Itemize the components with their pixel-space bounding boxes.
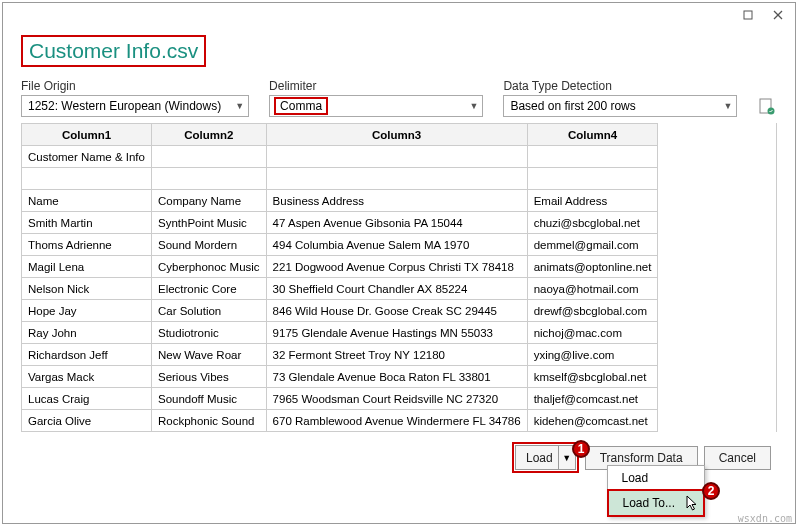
table-cell (266, 146, 527, 168)
table-row (22, 168, 658, 190)
table-cell: 32 Fermont Street Troy NY 12180 (266, 344, 527, 366)
preview-table-wrap: Column1 Column2 Column3 Column4 Customer… (21, 123, 777, 432)
table-cell: Hope Jay (22, 300, 152, 322)
table-cell: Smith Martin (22, 212, 152, 234)
table-cell: Electronic Core (151, 278, 266, 300)
table-cell: Thoms Adrienne (22, 234, 152, 256)
load-dropdown-menu: Load Load To... (607, 465, 706, 517)
table-cell (22, 168, 152, 190)
table-cell: Car Solution (151, 300, 266, 322)
detection-label: Data Type Detection (503, 79, 737, 93)
load-button-group: Load ▼ (512, 442, 579, 473)
table-row: Smith MartinSynthPoint Music47 Aspen Ave… (22, 212, 658, 234)
column-header[interactable]: Column1 (22, 124, 152, 146)
file-origin-value: 1252: Western European (Windows) (26, 99, 223, 113)
table-cell: 846 Wild House Dr. Goose Creak SC 29445 (266, 300, 527, 322)
table-cell: Sound Mordern (151, 234, 266, 256)
maximize-button[interactable] (733, 5, 763, 25)
table-cell: Vargas Mack (22, 366, 152, 388)
table-row: Garcia OliveRockphonic Sound670 Ramblewo… (22, 410, 658, 432)
settings-icon[interactable] (757, 95, 777, 117)
delimiter-label: Delimiter (269, 79, 483, 93)
titlebar (3, 3, 795, 27)
table-row: Vargas MackSerious Vibes73 Glendale Aven… (22, 366, 658, 388)
table-cell: thaljef@comcast.net (527, 388, 658, 410)
table-cell: 221 Dogwood Avenue Corpus Christi TX 784… (266, 256, 527, 278)
column-header[interactable]: Column2 (151, 124, 266, 146)
table-row: Richardson JeffNew Wave Roar32 Fermont S… (22, 344, 658, 366)
chevron-down-icon: ▼ (469, 101, 478, 111)
table-cell: kmself@sbcglobal.net (527, 366, 658, 388)
table-cell: 9175 Glendale Avenue Hastings MN 55033 (266, 322, 527, 344)
preview-table: Column1 Column2 Column3 Column4 Customer… (21, 123, 658, 432)
table-row: Hope JayCar Solution846 Wild House Dr. G… (22, 300, 658, 322)
menu-item-load[interactable]: Load (608, 466, 705, 490)
table-cell: Soundoff Music (151, 388, 266, 410)
table-cell: 7965 Woodsman Court Reidsville NC 27320 (266, 388, 527, 410)
table-cell (527, 168, 658, 190)
table-cell: naoya@hotmail.com (527, 278, 658, 300)
callout-1: 1 (572, 440, 590, 458)
table-cell (527, 146, 658, 168)
detection-select[interactable]: Based on first 200 rows ▼ (503, 95, 737, 117)
table-row: Magil LenaCyberphonoc Music221 Dogwood A… (22, 256, 658, 278)
menu-item-load-to[interactable]: Load To... (607, 489, 706, 517)
table-cell: yxing@live.com (527, 344, 658, 366)
cancel-button[interactable]: Cancel (704, 446, 771, 470)
table-cell: SynthPoint Music (151, 212, 266, 234)
detection-value: Based on first 200 rows (508, 99, 637, 113)
table-cell: nichoj@mac.com (527, 322, 658, 344)
table-cell: Ray John (22, 322, 152, 344)
delimiter-select[interactable]: Comma ▼ (269, 95, 483, 117)
file-origin-label: File Origin (21, 79, 249, 93)
table-header-row: Column1 Column2 Column3 Column4 (22, 124, 658, 146)
table-row: Nelson NickElectronic Core30 Sheffield C… (22, 278, 658, 300)
chevron-down-icon: ▼ (235, 101, 244, 111)
table-row: Customer Name & Info (22, 146, 658, 168)
file-title: Customer Info.csv (21, 35, 206, 67)
table-cell: 670 Ramblewood Avenue Windermere FL 3478… (266, 410, 527, 432)
chevron-down-icon: ▼ (562, 453, 571, 463)
column-header[interactable]: Column4 (527, 124, 658, 146)
table-cell: kidehen@comcast.net (527, 410, 658, 432)
table-cell: Rockphonic Sound (151, 410, 266, 432)
svg-rect-0 (744, 11, 752, 19)
table-cell: Cyberphonoc Music (151, 256, 266, 278)
table-cell: chuzi@sbcglobal.net (527, 212, 658, 234)
table-cell: Lucas Craig (22, 388, 152, 410)
chevron-down-icon: ▼ (723, 101, 732, 111)
table-cell: 47 Aspen Avenue Gibsonia PA 15044 (266, 212, 527, 234)
table-cell: Company Name (151, 190, 266, 212)
table-cell: animats@optonline.net (527, 256, 658, 278)
column-header[interactable]: Column3 (266, 124, 527, 146)
table-cell: Nelson Nick (22, 278, 152, 300)
table-cell: Serious Vibes (151, 366, 266, 388)
load-button[interactable]: Load (515, 445, 564, 470)
callout-2: 2 (702, 482, 720, 500)
table-cell: Studiotronic (151, 322, 266, 344)
table-row: Thoms AdrienneSound Mordern494 Columbia … (22, 234, 658, 256)
table-cell: Richardson Jeff (22, 344, 152, 366)
delimiter-value: Comma (274, 97, 328, 115)
table-cell: Business Address (266, 190, 527, 212)
table-row: Lucas CraigSoundoff Music7965 Woodsman C… (22, 388, 658, 410)
file-origin-select[interactable]: 1252: Western European (Windows) ▼ (21, 95, 249, 117)
table-cell: Magil Lena (22, 256, 152, 278)
table-cell: demmel@gmail.com (527, 234, 658, 256)
table-cell (266, 168, 527, 190)
table-cell: Garcia Olive (22, 410, 152, 432)
table-row: NameCompany NameBusiness AddressEmail Ad… (22, 190, 658, 212)
table-cell: 494 Columbia Avenue Salem MA 1970 (266, 234, 527, 256)
table-cell: Email Address (527, 190, 658, 212)
table-cell (151, 146, 266, 168)
watermark: wsxdn.com (738, 513, 792, 524)
table-cell (151, 168, 266, 190)
table-row: Ray JohnStudiotronic9175 Glendale Avenue… (22, 322, 658, 344)
table-cell: drewf@sbcglobal.com (527, 300, 658, 322)
table-cell: Customer Name & Info (22, 146, 152, 168)
table-cell: 73 Glendale Avenue Boca Raton FL 33801 (266, 366, 527, 388)
table-cell: 30 Sheffield Court Chandler AX 85224 (266, 278, 527, 300)
dialog-window: Customer Info.csv File Origin 1252: West… (2, 2, 796, 524)
close-button[interactable] (763, 5, 793, 25)
table-cell: Name (22, 190, 152, 212)
